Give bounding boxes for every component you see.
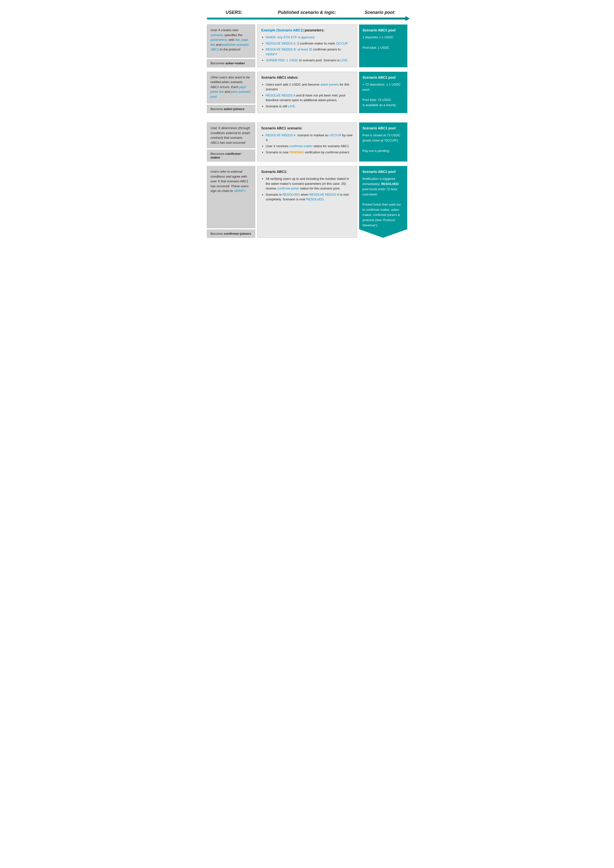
list-item: Scenario is now PENDING verification by … xyxy=(266,150,353,155)
section2-pool-box: Scenario ABC1 pool + 72 depositors x 1 U… xyxy=(359,72,407,113)
section4-mid: Scenario ABC1: All verifying users up to… xyxy=(257,166,357,238)
section1-user-text: User A creates new scenario, specifies t… xyxy=(207,25,255,57)
section3-mid: Scenario ABC1 scenario: RESOLVE NEEDS A:… xyxy=(257,122,357,161)
section4-user-label: Become confirmer-joiners xyxy=(207,229,255,238)
section2-pool-content: + 72 depositors x 1 USDC each Pool total… xyxy=(362,82,404,108)
section1-pool-title: Scenario ABC1 pool xyxy=(362,28,404,33)
section1-mid-title: Example (Scenario ABC1) parameters: xyxy=(261,28,353,33)
section4-left: Users refer to external conditions and a… xyxy=(207,166,255,238)
section3-right: Scenario ABC1 pool Pool is closed at 73 … xyxy=(359,122,407,161)
section1-right: Scenario ABC1 pool 1 depositor x 1 USDC … xyxy=(359,25,407,67)
section4-pool-box: Scenario ABC1 pool Notification is trigg… xyxy=(359,166,407,238)
list-item: All verifying users up to and including … xyxy=(266,177,353,191)
section2-mid-list: Users each add 1 USDC and become asker-j… xyxy=(261,82,353,109)
section2-user-text: Other users also want to be notified whe… xyxy=(207,72,255,104)
section-3: User X determines (through conditions ex… xyxy=(207,122,407,161)
section4-right: Scenario ABC1 pool Notification is trigg… xyxy=(359,166,407,238)
section2-mid: Scenario ABC1 status: Users each add 1 U… xyxy=(257,72,357,113)
section-2: Other users also want to be notified whe… xyxy=(207,72,407,113)
section-4: Users refer to external conditions and a… xyxy=(207,166,407,238)
section-1: User A creates new scenario, specifies t… xyxy=(207,25,407,67)
section4-pool-title: Scenario ABC1 pool xyxy=(362,169,404,174)
section3-mid-title: Scenario ABC1 scenario: xyxy=(261,126,353,131)
section4-mid-title: Scenario ABC1: xyxy=(261,169,353,174)
list-item: Scenario is still LIVE. xyxy=(266,104,353,109)
list-item: RESOLVE NEEDS A: 1 confirmer-maker to ma… xyxy=(266,41,353,46)
section2-left: Other users also want to be notified whe… xyxy=(207,72,255,113)
section3-pool-title: Scenario ABC1 pool xyxy=(362,126,404,131)
section3-left: User X determines (through conditions ex… xyxy=(207,122,255,161)
section1-mid-list: WHEN: Any ETH ETF is approved RESOLVE NE… xyxy=(261,35,353,63)
list-item: JOINER FEE: 1 USDC to scenario pool. Sce… xyxy=(266,58,353,63)
list-item: Scenario is RESOLVED when RESOLVE NEEDS … xyxy=(266,192,353,202)
header-users: USERS: xyxy=(209,10,259,15)
section2-user-label: Become asker-joiners xyxy=(207,105,255,113)
section2-mid-title: Scenario ABC1 status: xyxy=(261,75,353,80)
header-row: USERS: Published scenario & logic: Scena… xyxy=(207,10,407,15)
section4-pool-content: Notification is triggered immediately. R… xyxy=(362,177,404,228)
header-pool: Scenario pool: xyxy=(355,10,405,15)
section2-pool-title: Scenario ABC1 pool xyxy=(362,75,404,80)
section1-pool-box: Scenario ABC1 pool 1 depositor x 1 USDC … xyxy=(359,25,407,67)
header-scenario: Published scenario & logic: xyxy=(259,10,355,15)
section3-pool-box: Scenario ABC1 pool Pool is closed at 73 … xyxy=(359,122,407,161)
section4-mid-list: All verifying users up to and including … xyxy=(261,177,353,202)
section3-mid-list: RESOLVE NEEDS A: scenario is marked as O… xyxy=(261,133,353,155)
section2-right: Scenario ABC1 pool + 72 depositors x 1 U… xyxy=(359,72,407,113)
section1-mid: Example (Scenario ABC1) parameters: WHEN… xyxy=(257,25,357,67)
section1-pool-content: 1 depositor x 1 USDC Pool total: 1 USDC xyxy=(362,35,404,50)
list-item: User X receives confirmer-maker status f… xyxy=(266,144,353,149)
list-item: RESOLVE NEEDS A and B have not yet been … xyxy=(266,93,353,103)
section1-user-label: Becomes asker-maker xyxy=(207,59,255,67)
arrow-bar xyxy=(207,17,407,20)
section4-user-text: Users refer to external conditions and a… xyxy=(207,166,255,228)
list-item: RESOLVE NEEDS B: at least 25 confirmer-j… xyxy=(266,47,353,57)
list-item: WHEN: Any ETH ETF is approved xyxy=(266,35,353,40)
spacer1 xyxy=(207,118,407,122)
list-item: RESOLVE NEEDS A: scenario is marked as O… xyxy=(266,133,353,143)
section1-left: User A creates new scenario, specifies t… xyxy=(207,25,255,67)
list-item: Users each add 1 USDC and become asker-j… xyxy=(266,82,353,92)
section3-user-label: Becomes confirmer-maker xyxy=(207,150,255,161)
section3-pool-content: Pool is closed at 73 USDC (pools close a… xyxy=(362,133,404,153)
section3-user-text: User X determines (through conditions ex… xyxy=(207,122,255,148)
